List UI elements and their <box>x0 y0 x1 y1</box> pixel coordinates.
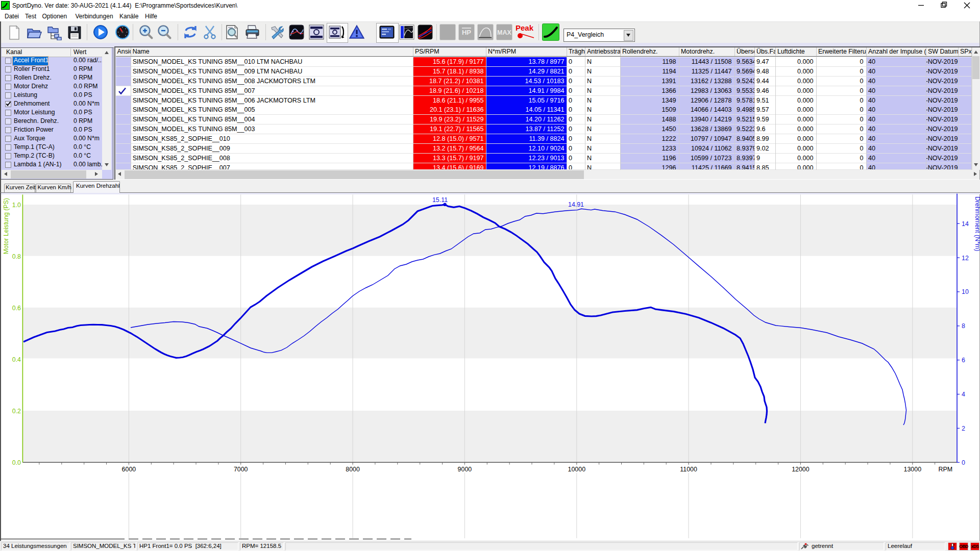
svg-text:Motor Leistung (PS): Motor Leistung (PS) <box>3 198 10 254</box>
svg-text:12: 12 <box>962 255 969 262</box>
svg-text:2: 2 <box>962 425 965 432</box>
svg-text:15.11: 15.11 <box>432 196 448 204</box>
svg-text:7000: 7000 <box>234 466 248 473</box>
svg-text:14.91: 14.91 <box>568 201 584 208</box>
svg-text:11000: 11000 <box>680 466 697 473</box>
svg-text:9000: 9000 <box>458 466 472 473</box>
svg-text:1.0: 1.0 <box>12 202 21 209</box>
svg-text:0.0: 0.0 <box>12 459 21 466</box>
svg-text:12000: 12000 <box>792 466 810 473</box>
svg-text:0.6: 0.6 <box>12 305 21 312</box>
svg-text:6: 6 <box>962 357 965 364</box>
svg-text:Drehmoment (N*m): Drehmoment (N*m) <box>974 196 980 251</box>
svg-text:8: 8 <box>962 322 965 330</box>
svg-text:4: 4 <box>962 391 965 398</box>
svg-text:10000: 10000 <box>568 466 586 473</box>
svg-text:13000: 13000 <box>904 466 922 473</box>
svg-text:0.8: 0.8 <box>12 253 21 260</box>
svg-text:RPM: RPM <box>938 466 952 473</box>
svg-text:14: 14 <box>962 220 969 228</box>
svg-text:0.2: 0.2 <box>12 408 21 415</box>
svg-text:6000: 6000 <box>122 466 136 473</box>
svg-text:0: 0 <box>962 459 965 466</box>
svg-text:8000: 8000 <box>346 466 360 473</box>
svg-text:10: 10 <box>962 288 969 295</box>
svg-text:0.4: 0.4 <box>12 356 21 363</box>
